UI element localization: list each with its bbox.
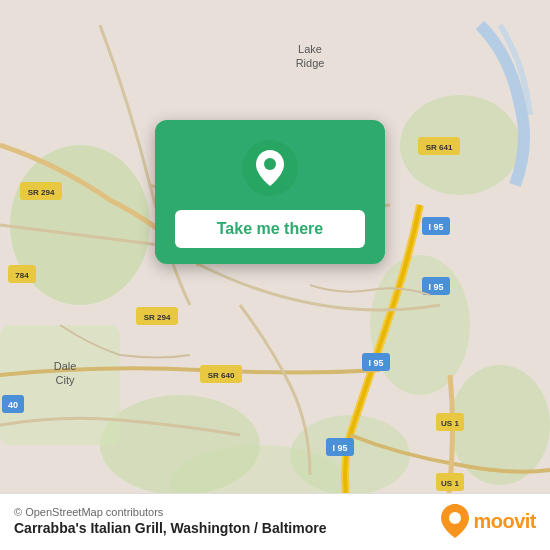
location-card: Take me there <box>155 120 385 264</box>
bottom-bar-info: © OpenStreetMap contributors Carrabba's … <box>14 506 326 536</box>
svg-text:City: City <box>56 374 75 386</box>
moovit-logo: moovit <box>441 504 536 538</box>
svg-text:SR 640: SR 640 <box>208 371 235 380</box>
svg-text:Dale: Dale <box>54 360 77 372</box>
map-container: I 95 I 95 I 95 I 95 SR 294 SR 294 SR 641… <box>0 0 550 550</box>
svg-text:I 95: I 95 <box>428 282 443 292</box>
copyright-text: © OpenStreetMap contributors <box>14 506 326 518</box>
bottom-bar: © OpenStreetMap contributors Carrabba's … <box>0 493 550 550</box>
svg-text:Ridge: Ridge <box>296 57 325 69</box>
svg-text:I 95: I 95 <box>428 222 443 232</box>
svg-text:SR 294: SR 294 <box>28 188 55 197</box>
svg-point-41 <box>449 512 461 524</box>
svg-point-40 <box>264 158 276 170</box>
moovit-pin-icon <box>441 504 469 538</box>
svg-text:I 95: I 95 <box>332 443 347 453</box>
take-me-there-button[interactable]: Take me there <box>175 210 365 248</box>
moovit-brand-text: moovit <box>473 510 536 533</box>
map-background: I 95 I 95 I 95 I 95 SR 294 SR 294 SR 641… <box>0 0 550 550</box>
svg-text:40: 40 <box>8 400 18 410</box>
svg-text:US 1: US 1 <box>441 479 459 488</box>
svg-text:784: 784 <box>15 271 29 280</box>
svg-text:SR 641: SR 641 <box>426 143 453 152</box>
svg-text:Lake: Lake <box>298 43 322 55</box>
svg-text:SR 294: SR 294 <box>144 313 171 322</box>
location-title: Carrabba's Italian Grill, Washington / B… <box>14 520 326 536</box>
svg-text:US 1: US 1 <box>441 419 459 428</box>
svg-text:I 95: I 95 <box>368 358 383 368</box>
pin-icon <box>242 140 298 196</box>
